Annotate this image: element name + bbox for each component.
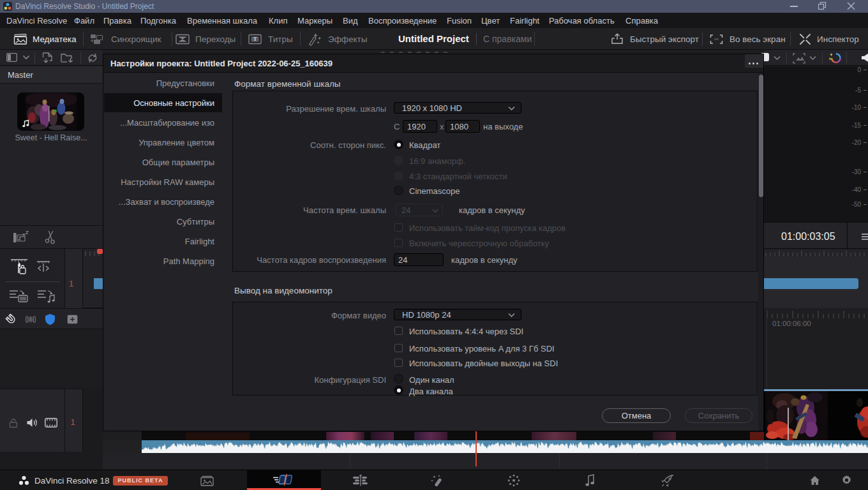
svg-text:T: T [253, 36, 257, 42]
